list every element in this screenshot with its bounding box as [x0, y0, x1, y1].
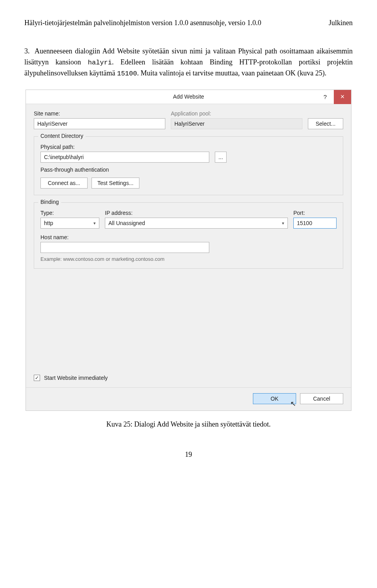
host-name-label: Host name:: [40, 234, 337, 240]
browse-path-button[interactable]: ...: [215, 152, 227, 163]
type-select[interactable]: http ▾: [40, 218, 99, 229]
cancel-button[interactable]: Cancel: [300, 393, 343, 404]
page-number: 19: [24, 451, 353, 459]
instruction-paragraph: 3.Auenneeseen dialogiin Add Website syöt…: [24, 46, 353, 79]
test-settings-button[interactable]: Test Settings...: [92, 178, 139, 189]
header-right: Julkinen: [329, 19, 353, 27]
pass-through-label: Pass-through authentication: [40, 167, 337, 173]
chevron-down-icon: ▾: [282, 218, 284, 228]
para-code-2: 15100: [117, 70, 137, 77]
dialog-footer: OK Cancel ↖: [26, 387, 351, 410]
ip-select[interactable]: All Unassigned ▾: [105, 218, 288, 229]
port-input[interactable]: 15100: [293, 218, 337, 229]
help-button[interactable]: ?: [317, 90, 334, 104]
start-immediately-label: Start Website immediately: [44, 375, 108, 381]
site-name-label: Site name:: [34, 110, 165, 117]
content-directory-group: Content Directory Physical path: C:\inet…: [34, 136, 343, 195]
type-value: http: [44, 218, 53, 228]
connect-as-button[interactable]: Connect as...: [40, 178, 88, 189]
dialog-titlebar: Add Website ? ×: [26, 90, 351, 104]
start-immediately-checkbox[interactable]: ✓: [34, 375, 40, 381]
app-pool-display: HalyriServer: [171, 118, 302, 129]
physical-path-input[interactable]: C:\inetpub\halyri: [40, 152, 209, 163]
close-button[interactable]: ×: [334, 90, 351, 104]
start-immediately-row[interactable]: ✓ Start Website immediately: [34, 371, 343, 387]
header-left: Hälyri-tietojärjestelmän palvelinohjelmi…: [24, 19, 261, 27]
content-directory-legend: Content Directory: [38, 133, 86, 139]
add-website-dialog: Add Website ? × Site name: HalyriServer …: [26, 90, 351, 411]
physical-path-label: Physical path:: [40, 144, 337, 150]
app-pool-label: Application pool:: [171, 110, 302, 117]
close-icon: ×: [340, 93, 345, 101]
port-label: Port:: [293, 210, 337, 216]
para-code-1: halyri: [88, 59, 112, 66]
host-name-example: Example: www.contoso.com or marketing.co…: [40, 256, 337, 262]
ip-label: IP address:: [105, 210, 288, 216]
dialog-title: Add Website: [173, 93, 204, 100]
ok-button[interactable]: OK: [253, 393, 296, 404]
host-name-input[interactable]: [40, 242, 209, 253]
chevron-down-icon: ▾: [93, 218, 96, 228]
figure-caption: Kuva 25: Dialogi Add Website ja siihen s…: [24, 420, 353, 429]
page-header: Hälyri-tietojärjestelmän palvelinohjelmi…: [24, 19, 353, 27]
site-name-input[interactable]: HalyriServer: [34, 118, 165, 129]
list-number: 3.: [24, 46, 35, 57]
binding-legend: Binding: [38, 199, 61, 205]
ip-value: All Unassigned: [108, 218, 145, 228]
select-app-pool-button[interactable]: Select...: [308, 118, 343, 129]
binding-group: Binding Type: http ▾ IP address: All Una…: [34, 202, 343, 269]
type-label: Type:: [40, 210, 99, 216]
para-text-3: . Muita valintoja ei tarvitse muuttaa, v…: [137, 69, 326, 77]
